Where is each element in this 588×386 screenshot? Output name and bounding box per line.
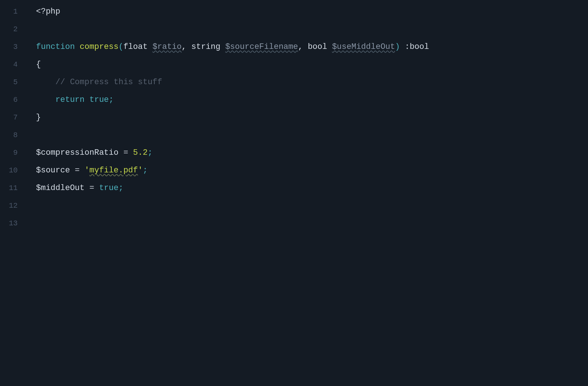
semicolon: ; (109, 95, 114, 104)
var-source: $source (36, 166, 70, 175)
param-sourcefilename: $sourceFilename (225, 42, 298, 51)
type-bool: bool (308, 42, 332, 51)
line-number: 2 (0, 21, 26, 38)
function-name: compress (80, 42, 119, 51)
code-line[interactable] (36, 197, 588, 215)
line-number: 13 (0, 215, 26, 232)
var-compressionratio: $compressionRatio (36, 148, 118, 157)
code-line[interactable]: { (36, 56, 588, 74)
code-area[interactable]: <?php function compress(float $ratio, st… (26, 0, 588, 386)
assign: = (70, 166, 85, 175)
code-line[interactable] (36, 126, 588, 144)
param-usemiddleout: $useMiddleOut (332, 42, 395, 51)
return-colon: : (400, 42, 409, 51)
code-line[interactable]: } (36, 109, 588, 126)
indent (36, 78, 55, 87)
line-number: 1 (0, 3, 26, 21)
line-number: 4 (0, 56, 26, 74)
paren-open: ( (118, 42, 123, 51)
string-literal: myfile.pdf (89, 166, 138, 175)
line-number: 8 (0, 126, 26, 144)
type-float: float (123, 42, 153, 51)
line-number: 6 (0, 91, 26, 109)
line-number: 3 (0, 38, 26, 56)
code-line[interactable] (36, 21, 588, 38)
bool-true: true (99, 183, 119, 193)
paren-close: ) (395, 42, 400, 51)
bool-true: true (89, 95, 109, 104)
type-string: string (191, 42, 225, 51)
brace-open: { (36, 60, 41, 69)
number-literal: 5.2 (133, 148, 148, 157)
code-line[interactable]: // Compress this stuff (36, 74, 588, 91)
code-line[interactable]: return true; (36, 91, 588, 109)
keyword-return: return (55, 95, 89, 104)
comma: , (182, 42, 191, 51)
semicolon: ; (118, 183, 123, 193)
assign: = (85, 183, 99, 193)
code-line[interactable]: $middleOut = true; (36, 179, 588, 197)
indent (36, 95, 55, 104)
string-quote: ' (85, 166, 89, 175)
brace-close: } (36, 113, 41, 122)
code-line[interactable]: $source = 'myfile.pdf'; (36, 162, 588, 179)
comma: , (298, 42, 308, 51)
line-number: 10 (0, 162, 26, 179)
line-number: 9 (0, 144, 26, 162)
semicolon: ; (148, 148, 153, 157)
assign: = (118, 148, 133, 157)
line-number: 5 (0, 74, 26, 91)
param-ratio: $ratio (153, 42, 182, 51)
code-line[interactable]: $compressionRatio = 5.2; (36, 144, 588, 162)
line-number-gutter: 1 2 3 4 5 6 7 8 9 10 11 12 13 (0, 0, 26, 386)
keyword-function: function (36, 42, 80, 51)
code-line[interactable]: function compress(float $ratio, string $… (36, 38, 588, 56)
comment: // Compress this stuff (55, 78, 162, 87)
code-editor[interactable]: 1 2 3 4 5 6 7 8 9 10 11 12 13 <?php func… (0, 0, 588, 386)
code-line-current[interactable] (36, 215, 588, 232)
string-quote: ' (138, 166, 143, 175)
line-number: 11 (0, 179, 26, 197)
line-number: 12 (0, 197, 26, 215)
code-line[interactable]: <?php (36, 3, 588, 21)
var-middleout: $middleOut (36, 183, 85, 193)
line-number: 7 (0, 109, 26, 126)
semicolon: ; (143, 166, 147, 175)
return-type-bool: bool (410, 42, 429, 51)
php-open-tag: <?php (36, 7, 60, 16)
